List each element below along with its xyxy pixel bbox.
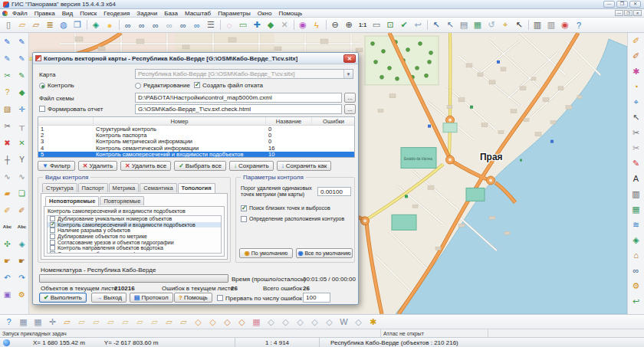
dialog-close-button[interactable]: ✕: [343, 54, 356, 63]
map-scheme-icon[interactable]: ▦: [629, 201, 644, 217]
exit-button[interactable]: →Выход: [91, 293, 127, 303]
kind-tab[interactable]: Метрика: [109, 183, 140, 192]
layers-cube-icon[interactable]: ◈: [15, 235, 29, 252]
sheet-mtr-edit-icon[interactable]: ▱: [148, 316, 161, 328]
points-net-icon[interactable]: ✱: [629, 64, 644, 79]
repeat-tab[interactable]: Повторяемые: [100, 196, 144, 205]
pan-pointer-alt-icon[interactable]: ↖: [443, 18, 457, 31]
create-polygon-icon[interactable]: ◆: [15, 83, 29, 100]
select-clear-icon[interactable]: ✕: [278, 18, 291, 31]
open-data-icon[interactable]: ▱: [29, 18, 43, 31]
threshold-input[interactable]: 0.00100: [317, 187, 351, 196]
map-legend-icon[interactable]: ●: [103, 18, 117, 31]
map-scale[interactable]: 1 : 4 914: [235, 338, 320, 347]
delete-object-icon[interactable]: ✖: [0, 134, 15, 151]
abort-count-input[interactable]: 100: [303, 293, 330, 303]
minimize-button[interactable]: —: [603, 1, 615, 8]
edit-curve-icon[interactable]: ✎: [0, 50, 15, 67]
new-map-icon[interactable]: ▯: [2, 18, 15, 31]
table-header-cell[interactable]: Номер: [94, 117, 266, 125]
sheet-move-icon[interactable]: ✛: [46, 316, 59, 328]
color-settings-icon[interactable]: ◉: [558, 18, 572, 31]
scheme-file-input[interactable]: D:\РАБОТА!\Настройки\control_map5000m.cx…: [135, 93, 342, 103]
cursor-icon[interactable]: ↖: [512, 18, 526, 31]
fill-style-icon[interactable]: ▨: [0, 100, 15, 117]
open-map-icon[interactable]: ▱: [15, 18, 29, 31]
menu-item[interactable]: Вид: [59, 10, 76, 17]
image-frame-icon[interactable]: ▣: [0, 286, 15, 303]
select-apply-icon[interactable]: ◆: [264, 18, 278, 31]
search-binocular-icon[interactable]: ∞: [629, 263, 644, 278]
default-button[interactable]: ◉По умолчанию: [239, 248, 293, 258]
tile-green-icon[interactable]: ❏: [15, 185, 29, 201]
repeat-tab[interactable]: Неповторяемые: [45, 196, 99, 206]
context-help-icon[interactable]: ?: [572, 18, 586, 31]
tile-orange-icon[interactable]: ◇: [192, 316, 205, 328]
menu-item[interactable]: Масштаб: [182, 10, 214, 17]
contours-checkbox[interactable]: Определение расположения контуров: [241, 216, 344, 222]
zoom-in-icon[interactable]: ⊕: [342, 18, 356, 31]
zoom-1-1-icon[interactable]: 1:1: [356, 18, 370, 31]
layers-3d-icon[interactable]: ◈: [629, 232, 644, 247]
all-default-button[interactable]: ◉Все по умолчанию: [296, 248, 353, 258]
menu-item[interactable]: Задачи: [133, 10, 160, 17]
spline-edit-icon[interactable]: ∿: [15, 168, 29, 185]
mdi-close-button[interactable]: ✕: [633, 10, 642, 16]
report-browse-button[interactable]: ...: [344, 104, 356, 114]
sheet-rsc-edit-icon[interactable]: ▱: [119, 316, 132, 328]
mdi-restore-button[interactable]: ❐: [624, 10, 632, 16]
select-all-button[interactable]: ✓Выбрать все: [174, 161, 226, 171]
menu-item[interactable]: База: [161, 10, 181, 17]
settings-gear-icon[interactable]: ⚙: [15, 286, 29, 303]
search-name-icon[interactable]: ∞: [135, 18, 149, 31]
tile-orange-rotate-icon[interactable]: ◇: [206, 316, 219, 328]
edit-help-icon[interactable]: ?: [0, 83, 15, 100]
sheet-xml-edit-icon[interactable]: ▱: [90, 316, 103, 328]
tile-gray-1-icon[interactable]: ◇: [264, 316, 278, 328]
highlight-icon[interactable]: ✐: [0, 201, 15, 218]
filter-button[interactable]: ▼Фильтр: [38, 161, 75, 171]
geo-position-icon[interactable]: ⌖: [498, 18, 512, 31]
kind-tab[interactable]: Структура: [42, 183, 77, 192]
highlight-alt-icon[interactable]: ✐: [15, 201, 29, 218]
save-button[interactable]: ↓Сохранить: [229, 161, 274, 171]
delete-button[interactable]: ✕Удалить: [78, 161, 117, 171]
table-header-cell[interactable]: Название: [266, 117, 312, 125]
tile-gray-6-icon[interactable]: ◇: [352, 316, 365, 328]
folder-open-icon[interactable]: ▱: [61, 316, 74, 328]
table-header-cell[interactable]: [38, 117, 94, 125]
label-abc-icon[interactable]: Abc: [0, 218, 15, 235]
edit-pencil-icon[interactable]: ✎: [0, 33, 15, 50]
report-checkbox[interactable]: Формировать отчет: [39, 106, 103, 113]
sheet-pan-edit-icon[interactable]: ▱: [177, 316, 190, 328]
sheet-grid-icon[interactable]: ▦: [17, 316, 30, 328]
open-geoportal-icon[interactable]: ◍: [57, 18, 71, 31]
report-file-input[interactable]: G:\OSM\Кабо-Верде_T\cv.sxf.check.html: [135, 104, 342, 114]
zoom-out-icon[interactable]: ⊖: [328, 18, 342, 31]
cut-scissors-icon[interactable]: ✂: [629, 140, 644, 155]
print-map-icon[interactable]: ▥: [629, 186, 644, 201]
object-list-icon[interactable]: ☰: [204, 18, 218, 31]
search-disabled-icon[interactable]: ∞: [163, 18, 176, 31]
zoom-frame-icon[interactable]: ▭: [370, 18, 383, 31]
home-sheet-icon[interactable]: ⌂: [629, 247, 644, 263]
palette-icon[interactable]: ◉: [296, 18, 310, 31]
clip-scissors-icon[interactable]: ✂: [629, 125, 644, 140]
tile-gray-5-icon[interactable]: ◇: [323, 316, 336, 328]
control-check-item[interactable]: Соответствие объектов рельефа и матрицы …: [48, 251, 221, 254]
sheet-grid-alt-icon[interactable]: ▦: [31, 316, 44, 328]
split-object-icon[interactable]: ✂: [0, 117, 15, 134]
mdi-minimize-button[interactable]: —: [615, 10, 623, 16]
view-back-icon[interactable]: ↩: [411, 18, 425, 31]
control-check-item[interactable]: Контроль направления объектов водотока: [48, 245, 221, 251]
tile-gray-3-icon[interactable]: ◇: [294, 316, 307, 328]
object-props-icon[interactable]: ▤: [457, 18, 471, 31]
save-as-button[interactable]: ↓Сохранить как: [277, 161, 332, 171]
tile-gray-4-icon[interactable]: ◇: [308, 316, 321, 328]
maximize-button[interactable]: ❐: [616, 1, 628, 8]
print-icon[interactable]: ▥: [531, 18, 544, 31]
search-next-icon[interactable]: ∞: [149, 18, 163, 31]
flashlight-alt-icon[interactable]: ✐: [629, 48, 644, 64]
params-gear-icon[interactable]: ⚙: [629, 278, 644, 293]
scheme-browse-button[interactable]: ...: [344, 93, 356, 103]
